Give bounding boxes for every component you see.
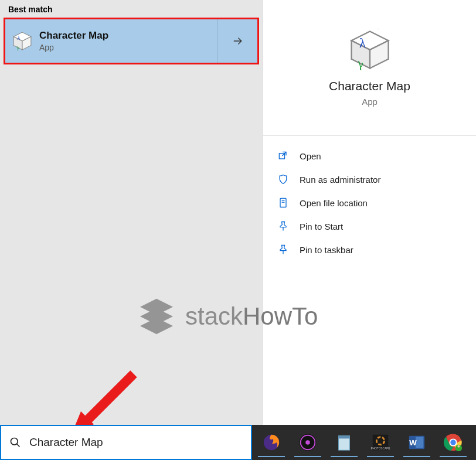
svg-point-23 (305, 440, 310, 445)
result-subtitle: App (39, 43, 108, 52)
notepad-icon (334, 432, 354, 452)
action-label: Open file location (300, 198, 368, 208)
svg-line-19 (17, 444, 20, 447)
taskbar-app-word[interactable]: W (400, 428, 434, 457)
pin-icon (277, 244, 289, 255)
action-label: Pin to taskbar (300, 245, 353, 255)
taskbar-app-firefox[interactable] (254, 428, 288, 457)
folder-icon (277, 197, 289, 209)
taskbar-app-chrome[interactable] (436, 428, 470, 457)
taskbar-app-photoscape[interactable]: PHOTOSCAPE (363, 428, 397, 457)
search-box-wrap (0, 425, 252, 460)
character-map-icon (349, 29, 391, 71)
arrow-right-icon (232, 35, 244, 47)
svg-point-18 (11, 438, 18, 445)
photoscape-icon: PHOTOSCAPE (370, 432, 390, 452)
word-icon: W (407, 432, 427, 452)
taskbar: PHOTOSCAPE W (0, 425, 476, 460)
pin-icon (277, 220, 289, 232)
action-label: Open (300, 151, 321, 161)
preview-pane: Character Map App (263, 0, 476, 136)
svg-point-34 (450, 439, 455, 445)
preview-subtitle: App (362, 97, 378, 107)
open-icon (277, 150, 289, 162)
svg-rect-30 (416, 437, 423, 448)
action-label: Run as administrator (300, 175, 380, 185)
search-result-main[interactable]: Character Map App (5, 19, 217, 63)
actions-list: Open Run as administrator Open file loca… (263, 136, 476, 261)
search-result[interactable]: Character Map App (5, 19, 257, 63)
chrome-icon (443, 432, 463, 452)
svg-text:PHOTOSCAPE: PHOTOSCAPE (371, 447, 390, 450)
action-label: Pin to Start (300, 222, 343, 231)
expand-button[interactable] (217, 19, 257, 63)
shield-icon (277, 173, 289, 185)
action-run-as-admin[interactable]: Run as administrator (263, 168, 476, 191)
section-header: Best match (0, 0, 263, 18)
result-title: Character Map (39, 30, 108, 42)
firefox-icon (261, 432, 281, 452)
highlight-frame: Character Map App (4, 18, 259, 64)
search-box[interactable] (1, 426, 251, 459)
search-icon (9, 437, 21, 448)
taskbar-app-media[interactable] (291, 428, 325, 457)
svg-point-36 (457, 445, 460, 448)
action-open-file-location[interactable]: Open file location (263, 191, 476, 214)
media-icon (298, 432, 318, 452)
action-pin-to-taskbar[interactable]: Pin to taskbar (263, 238, 476, 261)
svg-rect-25 (339, 436, 350, 439)
character-map-icon (12, 31, 32, 51)
search-input[interactable] (29, 436, 243, 449)
taskbar-tray: PHOTOSCAPE W (252, 425, 476, 460)
action-pin-to-start[interactable]: Pin to Start (263, 214, 476, 238)
action-open[interactable]: Open (263, 144, 476, 168)
preview-title: Character Map (329, 79, 410, 93)
svg-rect-7 (280, 199, 286, 207)
taskbar-app-notepad[interactable] (327, 428, 361, 457)
svg-text:W: W (409, 438, 417, 447)
